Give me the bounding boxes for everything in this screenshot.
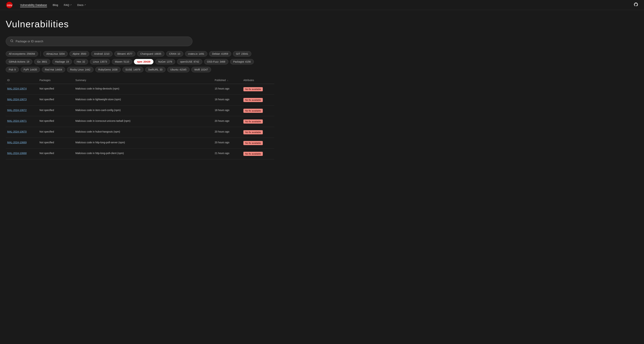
filter-opensuse[interactable]: openSUSE 8742: [177, 59, 202, 64]
row-summary: Malicious code in http-long-poll-client …: [74, 148, 213, 159]
svg-text:OSV: OSV: [7, 4, 12, 7]
filter-almalinux[interactable]: AlmaLinux 3204: [43, 51, 68, 56]
row-attribute: No fix available: [242, 148, 274, 159]
filter-pub[interactable]: Pub 9: [6, 67, 19, 72]
filter-suse[interactable]: SUSE 14979: [122, 67, 144, 72]
vulnerability-link[interactable]: MAL-2024-10671: [7, 119, 26, 122]
row-published: 20 hours ago: [213, 116, 242, 127]
search-icon: [10, 39, 14, 43]
row-attribute: No fix available: [242, 127, 274, 138]
filter-pypi[interactable]: PyPI 14435: [21, 67, 40, 72]
filter-hex[interactable]: Hex 32: [74, 59, 88, 64]
divider: [40, 51, 41, 56]
table-header: ID Packages Summary Published ↓ Attribut…: [6, 77, 274, 84]
row-packages: Not specified: [38, 105, 74, 116]
row-id: MAL-2024-10671: [6, 116, 38, 127]
vulnerability-link[interactable]: MAL-2024-10670: [7, 130, 26, 133]
row-packages: Not specified: [38, 127, 74, 138]
filter-wolfi[interactable]: Wolfi 10247: [191, 67, 211, 72]
no-fix-badge: No fix available: [244, 152, 263, 156]
filter-debian[interactable]: Debian 41959: [209, 51, 231, 56]
row-published: 18 hours ago: [213, 105, 242, 116]
row-id: MAL-2024-10672: [6, 105, 38, 116]
svg-line-3: [12, 41, 13, 42]
vulnerability-link[interactable]: MAL-2024-10668: [7, 152, 26, 155]
no-fix-badge: No fix available: [244, 130, 263, 134]
nav-links: Vulnerability Database Blog FAQ ↗ Docs ↗: [20, 3, 634, 7]
filter-rubygems[interactable]: RubyGems 1638: [95, 67, 120, 72]
filter-nuget[interactable]: NuGet 1376: [155, 59, 175, 64]
filter-row-3: Pub 9 PyPI 14435 Red Hat 14404 Rocky Lin…: [6, 67, 274, 72]
search-container: [6, 36, 192, 46]
filter-hackage[interactable]: Hackage 19: [52, 59, 72, 64]
filter-git[interactable]: GIT 23041: [233, 51, 251, 56]
table-row: MAL-2024-10669 Not specified Malicious c…: [6, 138, 274, 148]
table-row: MAL-2024-10671 Not specified Malicious c…: [6, 116, 274, 127]
row-published: 21 hours ago: [213, 148, 242, 159]
nav-docs[interactable]: Docs ↗: [77, 3, 86, 7]
table-row: MAL-2024-10670 Not specified Malicious c…: [6, 127, 274, 138]
row-packages: Not specified: [38, 84, 74, 95]
filter-oss-fuzz[interactable]: OSS-Fuzz 3468: [204, 59, 228, 64]
table-row: MAL-2024-10673 Not specified Malicious c…: [6, 95, 274, 105]
row-summary: Malicious code in iconscout-unicons-tarb…: [74, 116, 213, 127]
row-id: MAL-2024-10674: [6, 84, 38, 95]
row-published: 20 hours ago: [213, 127, 242, 138]
filter-github-actions[interactable]: GitHub Actions 19: [6, 59, 32, 64]
github-icon: [634, 3, 638, 8]
osv-logo[interactable]: OSV: [6, 1, 13, 8]
vulnerability-link[interactable]: MAL-2024-10674: [7, 87, 26, 90]
vulnerability-link[interactable]: MAL-2024-10673: [7, 98, 26, 101]
filter-chainguard[interactable]: Chainguard 16835: [137, 51, 164, 56]
row-id: MAL-2024-10669: [6, 138, 38, 148]
row-summary: Malicious code in lightweight-store (npm…: [74, 95, 213, 105]
filter-cran[interactable]: CRAN 10: [166, 51, 183, 56]
filter-row-2: GitHub Actions 19 Go 3601 Hackage 19 Hex…: [6, 59, 274, 64]
github-link[interactable]: [634, 2, 638, 8]
vulnerability-link[interactable]: MAL-2024-10669: [7, 141, 26, 144]
row-id: MAL-2024-10670: [6, 127, 38, 138]
row-packages: Not specified: [38, 95, 74, 105]
filter-packagist[interactable]: Packagist 4156: [230, 59, 254, 64]
row-packages: Not specified: [38, 148, 74, 159]
row-published: 16 hours ago: [213, 95, 242, 105]
nav-vulnerability-database[interactable]: Vulnerability Database: [20, 3, 47, 7]
row-summary: Malicious code in listing-devtools (npm): [74, 84, 213, 95]
nav-faq[interactable]: FAQ ↗: [64, 3, 72, 7]
filter-linux[interactable]: Linux 13573: [90, 59, 110, 64]
col-header-id: ID: [6, 77, 38, 84]
filter-crates-io[interactable]: crates.io 1491: [185, 51, 207, 56]
search-input[interactable]: [16, 40, 188, 43]
filter-android[interactable]: Android 2210: [91, 51, 112, 56]
filter-go[interactable]: Go 3601: [34, 59, 50, 64]
vulnerability-link[interactable]: MAL-2024-10672: [7, 109, 26, 112]
filter-ubuntu[interactable]: Ubuntu 41545: [167, 67, 190, 72]
row-id: MAL-2024-10668: [6, 148, 38, 159]
col-header-attributes: Attributes: [242, 77, 274, 84]
main-content: Vulnerabilities All ecosystems 256094 Al…: [0, 10, 280, 165]
filter-swifturl[interactable]: SwiftURL 33: [145, 67, 166, 72]
page-title: Vulnerabilities: [6, 19, 274, 29]
filter-all-ecosystems[interactable]: All ecosystems 256094: [6, 51, 38, 56]
sort-icon: ↓: [227, 79, 228, 82]
row-attribute: No fix available: [242, 84, 274, 95]
no-fix-badge: No fix available: [244, 119, 263, 124]
row-summary: Malicious code in hubot-hangouts (npm): [74, 127, 213, 138]
row-packages: Not specified: [38, 138, 74, 148]
row-published: 20 hours ago: [213, 138, 242, 148]
nav-blog[interactable]: Blog: [53, 3, 58, 7]
filter-bitnami[interactable]: Bitnami 4577: [114, 51, 136, 56]
filter-rocky-linux[interactable]: Rocky Linux 1442: [67, 67, 93, 72]
external-link-icon: ↗: [70, 4, 72, 6]
row-published: 15 hours ago: [213, 84, 242, 95]
row-summary: Malicious code in item-card-config (npm): [74, 105, 213, 116]
vulnerabilities-table: ID Packages Summary Published ↓ Attribut…: [6, 77, 274, 159]
table-row: MAL-2024-10668 Not specified Malicious c…: [6, 148, 274, 159]
row-attribute: No fix available: [242, 116, 274, 127]
col-header-published[interactable]: Published ↓: [213, 77, 242, 84]
filter-alpine[interactable]: Alpine 3500: [70, 51, 89, 56]
no-fix-badge: No fix available: [244, 98, 263, 102]
filter-npm[interactable]: npm 20439: [134, 59, 153, 64]
filter-redhat[interactable]: Red Hat 14404: [42, 67, 65, 72]
filter-maven[interactable]: Maven 5110: [112, 59, 132, 64]
